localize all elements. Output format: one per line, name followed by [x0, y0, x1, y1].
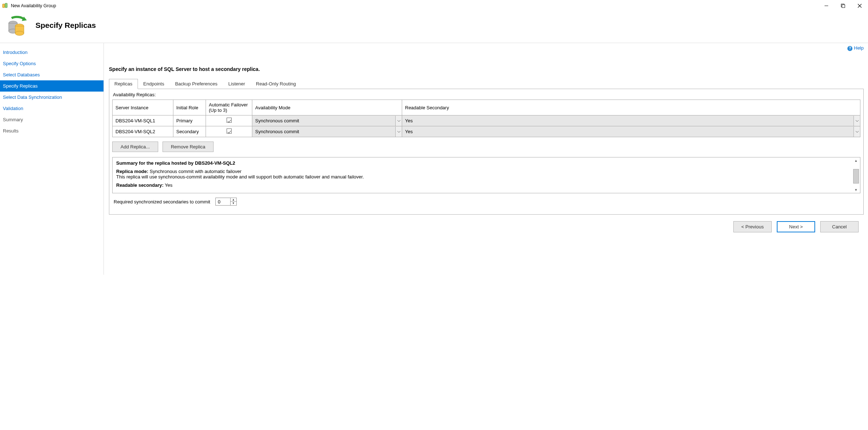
scroll-thumb[interactable]	[853, 169, 859, 184]
close-button[interactable]	[851, 0, 868, 12]
availability-replicas-label: Availability Replicas:	[113, 92, 860, 97]
sidebar-item-select-data-sync[interactable]: Select Data Synchronization	[0, 92, 104, 103]
instruction-text: Specify an instance of SQL Server to hos…	[109, 66, 864, 72]
svg-rect-4	[842, 5, 845, 8]
svg-rect-0	[3, 4, 5, 8]
table-row[interactable]: DBS204-VM-SQL1 Primary Synchronous commi…	[113, 115, 860, 126]
spin-down-icon[interactable]: ▼	[231, 202, 236, 205]
sidebar-item-introduction[interactable]: Introduction	[0, 47, 104, 58]
cell-readable-secondary[interactable]: Yes	[402, 126, 860, 137]
tab-endpoints[interactable]: Endpoints	[138, 79, 170, 89]
tab-backup-preferences[interactable]: Backup Preferences	[170, 79, 223, 89]
tab-strip: Replicas Endpoints Backup Preferences Li…	[109, 79, 864, 89]
svg-rect-1	[5, 3, 7, 8]
summary-readable-value: Yes	[165, 182, 172, 188]
cell-auto-failover[interactable]	[206, 126, 252, 137]
summary-scrollbar[interactable]: ▴ ▾	[853, 158, 859, 192]
summary-mode-desc: This replica will use synchronous-commit…	[116, 174, 856, 180]
sidebar-item-results: Results	[0, 125, 104, 136]
scroll-up-icon: ▴	[855, 158, 857, 163]
sidebar-item-select-databases[interactable]: Select Databases	[0, 69, 104, 80]
cell-availability-mode[interactable]: Synchronous commit	[252, 126, 402, 137]
main-panel: ?Help Specify an instance of SQL Server …	[104, 43, 868, 275]
add-replica-button[interactable]: Add Replica...	[112, 142, 158, 152]
col-initial-role: Initial Role	[173, 100, 206, 115]
checkbox-checked-icon	[227, 118, 232, 123]
summary-mode-label: Replica mode:	[116, 169, 148, 174]
cancel-button[interactable]: Cancel	[820, 221, 859, 232]
cell-auto-failover[interactable]	[206, 115, 252, 126]
sidebar-item-specify-replicas[interactable]: Specify Replicas	[0, 80, 104, 92]
svg-point-13	[15, 31, 24, 35]
replica-summary-box: Summary for the replica hosted by DBS204…	[112, 157, 860, 193]
cell-server: DBS204-VM-SQL1	[113, 115, 173, 126]
help-icon: ?	[847, 46, 852, 51]
chevron-down-icon	[854, 127, 860, 137]
previous-button[interactable]: < Previous	[733, 221, 772, 232]
checkbox-checked-icon	[227, 128, 232, 134]
maximize-button[interactable]	[835, 0, 851, 12]
help-link[interactable]: ?Help	[847, 45, 864, 51]
page-header: Specify Replicas	[0, 12, 868, 43]
title-bar: New Availability Group	[0, 0, 868, 12]
sidebar-item-summary: Summary	[0, 114, 104, 125]
cell-server: DBS204-VM-SQL2	[113, 126, 173, 137]
chevron-down-icon	[395, 116, 402, 126]
tab-listener[interactable]: Listener	[223, 79, 250, 89]
col-server-instance: Server Instance	[113, 100, 173, 115]
summary-mode-value: Synchronous commit with automatic failov…	[149, 169, 241, 174]
required-sync-label: Required synchronized secondaries to com…	[114, 199, 210, 205]
cell-availability-mode[interactable]: Synchronous commit	[252, 115, 402, 126]
cell-role: Primary	[173, 115, 206, 126]
wizard-sidebar: Introduction Specify Options Select Data…	[0, 43, 104, 275]
next-button[interactable]: Next >	[777, 221, 815, 232]
chevron-down-icon	[854, 116, 860, 126]
col-readable-secondary: Readable Secondary	[402, 100, 860, 115]
wizard-footer: < Previous Next > Cancel	[109, 215, 864, 237]
cell-readable-secondary[interactable]: Yes	[402, 115, 860, 126]
wizard-icon	[6, 14, 28, 36]
spin-up-icon[interactable]: ▲	[231, 198, 236, 202]
table-row[interactable]: DBS204-VM-SQL2 Secondary Synchronous com…	[113, 126, 860, 137]
app-icon	[2, 3, 8, 9]
chevron-down-icon	[395, 127, 402, 137]
summary-title: Summary for the replica hosted by DBS204…	[116, 160, 235, 166]
sidebar-item-validation[interactable]: Validation	[0, 103, 104, 114]
page-title: Specify Replicas	[35, 21, 96, 30]
required-sync-input[interactable]	[216, 198, 230, 205]
replica-table: Server Instance Initial Role Automatic F…	[112, 100, 860, 137]
remove-replica-button[interactable]: Remove Replica	[163, 142, 214, 152]
tab-replicas[interactable]: Replicas	[109, 79, 138, 89]
window-title: New Availability Group	[11, 3, 56, 8]
tab-content-replicas: Availability Replicas: Server Instance I…	[109, 89, 864, 215]
minimize-button[interactable]	[818, 0, 835, 12]
required-sync-spinner[interactable]: ▲ ▼	[215, 198, 237, 206]
sidebar-item-specify-options[interactable]: Specify Options	[0, 58, 104, 69]
scroll-down-icon: ▾	[855, 187, 857, 192]
col-auto-failover: Automatic Failover (Up to 3)	[206, 100, 252, 115]
col-availability-mode: Availability Mode	[252, 100, 402, 115]
summary-readable-label: Readable secondary:	[116, 182, 164, 188]
tab-read-only-routing[interactable]: Read-Only Routing	[250, 79, 302, 89]
cell-role: Secondary	[173, 126, 206, 137]
